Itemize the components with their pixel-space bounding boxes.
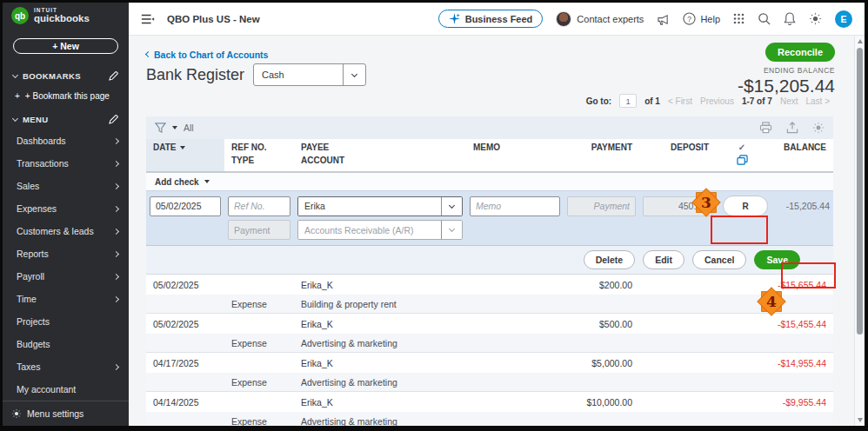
menu-label: MENU <box>23 115 49 124</box>
chevron-down-icon[interactable] <box>441 197 462 216</box>
chevron-right-icon <box>113 160 119 166</box>
cancel-button[interactable]: Cancel <box>692 250 746 269</box>
page-header: Back to Chart of Accounts Bank Register … <box>129 36 865 86</box>
column-header-payment: PAYMENT <box>564 139 639 171</box>
scroll-down-arrow-icon[interactable] <box>858 418 863 422</box>
reconcile-button[interactable]: Reconcile <box>765 43 835 62</box>
column-header-date[interactable]: DATE <box>146 139 224 171</box>
sidebar-item-time[interactable]: Time <box>3 288 129 310</box>
annotation-box-r-status <box>711 216 768 244</box>
next-page-link[interactable]: Next <box>780 96 798 106</box>
quickbooks-logo[interactable]: qb INTUIT quickbooks <box>3 3 129 30</box>
reconcile-status-button[interactable]: R <box>723 196 768 216</box>
sidebar-item-reports[interactable]: Reports <box>3 242 129 265</box>
print-icon[interactable] <box>759 122 772 134</box>
bookmarks-section-header[interactable]: BOOKMARKS <box>3 66 129 86</box>
edit-button[interactable]: Edit <box>643 250 684 269</box>
filter-funnel-icon[interactable] <box>155 123 166 133</box>
svg-text:?: ? <box>688 15 692 23</box>
sidebar-item-dashboards[interactable]: Dashboards <box>3 129 129 152</box>
previous-page-link[interactable]: Previous <box>700 96 734 106</box>
export-icon[interactable] <box>786 122 798 134</box>
account-select[interactable]: Cash <box>253 63 366 86</box>
payment-input <box>567 196 636 216</box>
search-icon[interactable] <box>758 12 771 25</box>
transaction-row[interactable]: 05/02/2025 Erika_K $200.00 -$15,655.44 E… <box>146 275 833 314</box>
annotation-step-4-marker: 4 <box>756 286 787 317</box>
memo-input[interactable] <box>470 196 560 216</box>
contact-experts-button[interactable]: Contact experts <box>556 11 644 27</box>
back-to-chart-of-accounts-link[interactable]: Back to Chart of Accounts <box>146 50 268 60</box>
filter-caret-icon[interactable] <box>172 126 177 129</box>
column-header-payee-account: PAYEE ACCOUNT <box>294 139 466 171</box>
scrollbar-thumb[interactable] <box>857 48 863 335</box>
add-check-button[interactable]: Add check <box>146 173 833 191</box>
plus-icon: + <box>15 91 20 101</box>
transaction-row[interactable]: 05/02/2025 Erika_K $500.00 -$15,455.44 E… <box>146 314 833 353</box>
delete-button[interactable]: Delete <box>584 250 636 269</box>
table-settings-gear-icon[interactable] <box>812 122 825 134</box>
filter-all-label[interactable]: All <box>184 123 194 133</box>
ref-no-input[interactable] <box>228 196 290 216</box>
transaction-row[interactable]: 04/17/2025 Erika_K $5,000.00 -$14,955.44… <box>146 353 833 392</box>
notifications-bell-icon[interactable] <box>784 12 796 25</box>
sort-caret-icon <box>180 146 185 149</box>
caret-down-icon <box>204 180 210 183</box>
vertical-scrollbar[interactable] <box>854 36 865 426</box>
copy-icon[interactable] <box>737 155 748 165</box>
chevron-left-icon <box>145 51 151 57</box>
last-page-link[interactable]: Last > <box>805 96 830 106</box>
ending-balance-value: -$15,205.44 <box>738 76 835 96</box>
apps-grid-icon[interactable] <box>733 13 744 24</box>
sidebar-item-my-accountant[interactable]: My accountant <box>3 378 129 401</box>
chevron-right-icon <box>113 228 119 234</box>
business-feed-button[interactable]: Business Feed <box>438 10 544 28</box>
new-button[interactable]: + New <box>13 38 118 54</box>
megaphone-icon[interactable] <box>657 13 670 25</box>
payee-combobox[interactable]: Erika <box>297 196 463 216</box>
sidebar-item-projects[interactable]: Projects <box>3 310 129 333</box>
bookmarks-label: BOOKMARKS <box>23 71 81 81</box>
sidebar: qb INTUIT quickbooks + New BOOKMARKS + +… <box>3 3 129 426</box>
account-dropdown[interactable]: Accounts Receivable (A/R) <box>297 220 463 240</box>
sidebar-item-expenses[interactable]: Expenses <box>3 197 129 220</box>
sidebar-item-customers-leads[interactable]: Customers & leads <box>3 220 129 242</box>
collapse-menu-icon[interactable] <box>141 13 155 25</box>
top-navigation: QBO Plus US - New Business Feed Contact … <box>129 3 865 36</box>
help-button[interactable]: ? Help <box>683 12 720 25</box>
annotation-box-save <box>781 262 836 288</box>
column-header-reconcile-status: ✓ <box>716 139 768 171</box>
page-number-input[interactable]: 1 <box>619 94 637 108</box>
sidebar-item-budgets[interactable]: Budgets <box>3 333 129 355</box>
chevron-right-icon <box>113 273 119 279</box>
transaction-row[interactable]: 04/14/2025 Erika_K $10,000.00 -$9,955.44… <box>146 392 833 426</box>
check-icon: ✓ <box>723 143 761 152</box>
sidebar-item-transactions[interactable]: Transactions <box>3 152 129 175</box>
sparkle-icon <box>449 13 460 24</box>
date-input[interactable] <box>150 196 221 216</box>
user-avatar[interactable]: E <box>835 10 852 28</box>
chevron-right-icon <box>113 295 119 302</box>
chevron-down-icon[interactable] <box>441 221 462 239</box>
chevron-right-icon <box>113 205 119 211</box>
scroll-up-arrow-icon[interactable] <box>858 39 863 43</box>
column-header-memo: MEMO <box>466 139 564 171</box>
page-title: Bank Register <box>146 66 244 84</box>
sidebar-item-sales[interactable]: Sales <box>3 175 129 197</box>
bookmark-this-page[interactable]: + + Bookmark this page <box>3 86 129 109</box>
bank-register-table: All DATE REF NO. TYPE <box>146 116 833 426</box>
column-header-balance: BALANCE <box>768 139 833 171</box>
company-name: QBO Plus US - New <box>167 14 260 24</box>
edit-pencil-icon[interactable] <box>109 71 118 81</box>
menu-section-header[interactable]: MENU <box>3 109 129 129</box>
menu-settings[interactable]: Menu settings <box>3 401 129 426</box>
go-to-label: Go to: <box>586 96 611 106</box>
edit-actions-bar: Delete Edit Cancel Save <box>146 246 833 275</box>
row-range: 1-7 of 7 <box>742 96 772 106</box>
edit-pencil-icon[interactable] <box>109 115 118 124</box>
sidebar-item-taxes[interactable]: Taxes <box>3 355 129 378</box>
logo-quickbooks: quickbooks <box>34 14 90 24</box>
first-page-link[interactable]: < First <box>668 96 692 106</box>
sidebar-item-payroll[interactable]: Payroll <box>3 265 129 288</box>
settings-gear-icon[interactable] <box>809 12 822 25</box>
